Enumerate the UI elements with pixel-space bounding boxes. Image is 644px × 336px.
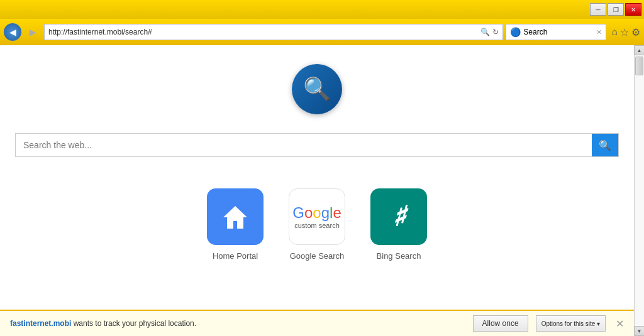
quick-link-home[interactable]: Home Portal — [207, 188, 264, 261]
bing-search-icon: ♯ — [370, 188, 427, 245]
scroll-thumb[interactable] — [635, 57, 643, 75]
browser-content: 🔍 🔍 Home Portal — [0, 45, 644, 336]
options-for-site-button[interactable]: Options for this site ▾ — [536, 315, 606, 332]
tab-title: Search — [523, 28, 594, 36]
notification-close-button[interactable]: ✕ — [616, 318, 624, 330]
google-search-icon: Google custom search — [289, 188, 345, 245]
address-bar: 🔍 ↻ — [44, 24, 503, 40]
allow-once-button[interactable]: Allow once — [473, 315, 528, 332]
refresh-button[interactable]: ↻ — [492, 28, 499, 36]
quick-links: Home Portal Google custom search Google … — [207, 188, 427, 261]
forward-button[interactable]: ▶ — [24, 23, 42, 41]
home-svg — [219, 201, 251, 232]
minimize-button[interactable]: ─ — [590, 3, 606, 16]
home-portal-icon — [207, 188, 264, 245]
settings-button[interactable]: ⚙ — [631, 26, 640, 38]
quick-link-google[interactable]: Google custom search Google Search — [289, 188, 345, 261]
bing-logo-letter: ♯ — [392, 200, 405, 233]
scroll-down-button[interactable]: ▼ — [635, 326, 645, 336]
address-search-icon[interactable]: 🔍 — [480, 28, 490, 36]
svg-marker-0 — [223, 206, 247, 229]
search-submit-icon: 🔍 — [599, 139, 611, 151]
favorites-button[interactable]: ☆ — [620, 26, 629, 38]
notification-text: fastinternet.mobi wants to track your ph… — [10, 319, 465, 328]
scrollbar: ▲ ▼ — [634, 45, 644, 336]
search-input[interactable] — [16, 134, 592, 156]
page-area: 🔍 🔍 Home Portal — [0, 45, 634, 336]
restore-button[interactable]: ❐ — [608, 3, 624, 16]
search-logo-icon: 🔍 — [303, 76, 331, 102]
navigation-bar: ◀ ▶ 🔍 ↻ 🔵 Search ✕ ⌂ ☆ ⚙ — [0, 19, 644, 45]
back-button[interactable]: ◀ — [4, 23, 21, 41]
google-sub-text: custom search — [294, 222, 340, 229]
google-logo-text: Google — [292, 204, 341, 222]
home-nav-button[interactable]: ⌂ — [611, 26, 618, 38]
notification-site: fastinternet.mobi — [10, 319, 71, 328]
close-button[interactable]: ✕ — [625, 3, 641, 16]
url-input[interactable] — [48, 28, 478, 36]
nav-right-buttons: ⌂ ☆ ⚙ — [611, 26, 640, 38]
quick-link-bing[interactable]: ♯ Bing Search — [370, 188, 427, 261]
search-box-container: 🔍 — [15, 133, 619, 157]
tab[interactable]: 🔵 Search ✕ — [506, 24, 606, 40]
tab-favicon: 🔵 — [510, 27, 521, 37]
search-logo: 🔍 — [292, 64, 342, 114]
home-portal-label: Home Portal — [213, 251, 258, 261]
notification-bar: fastinternet.mobi wants to track your ph… — [0, 310, 634, 336]
tab-close-button[interactable]: ✕ — [596, 28, 602, 36]
scroll-track — [635, 55, 644, 326]
title-bar: ─ ❐ ✕ — [0, 0, 644, 19]
window-controls: ─ ❐ ✕ — [590, 3, 641, 16]
bing-search-label: Bing Search — [377, 251, 421, 261]
scroll-up-button[interactable]: ▲ — [635, 45, 645, 55]
google-search-label: Google Search — [290, 251, 345, 261]
main-content: 🔍 🔍 Home Portal — [0, 45, 634, 336]
search-submit-button[interactable]: 🔍 — [592, 134, 618, 156]
